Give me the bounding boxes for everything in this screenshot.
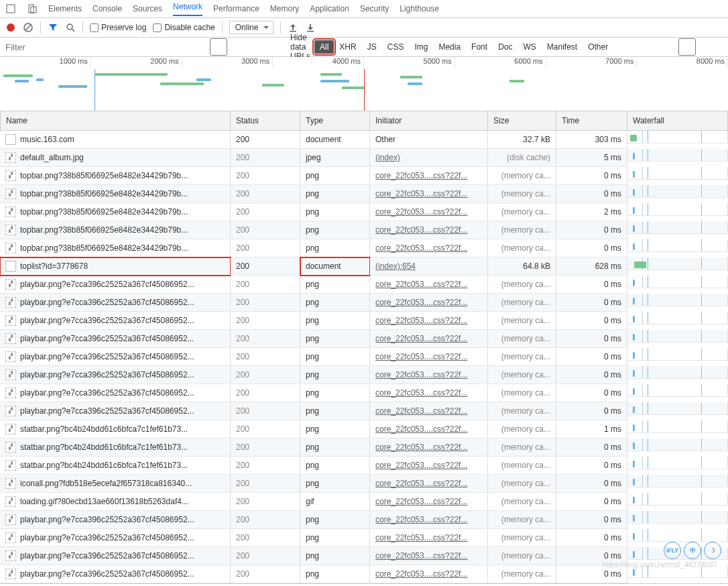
col-size[interactable]: Size: [488, 111, 556, 131]
cell-initiator[interactable]: core_22fc053....css?22f...: [370, 348, 488, 366]
cell-name[interactable]: ▞iconall.png?fdb518e5ecefa2f657318ca8163…: [0, 475, 231, 493]
timeline-overview[interactable]: 1000 ms2000 ms3000 ms4000 ms5000 ms6000 …: [0, 57, 728, 111]
cell-initiator[interactable]: core_22fc053....css?22f...: [370, 438, 488, 457]
cell-name[interactable]: ▞playbar.png?e7cca396c25252a367cf4508695…: [0, 294, 231, 312]
moon-icon[interactable]: ☽: [704, 542, 721, 559]
image-icon: ▞: [5, 550, 16, 561]
col-waterfall[interactable]: Waterfall: [627, 111, 728, 131]
tab-performance[interactable]: Performance: [213, 4, 259, 13]
cell-name[interactable]: ▞playbar.png?e7cca396c25252a367cf4508695…: [0, 511, 231, 529]
cell-initiator[interactable]: core_22fc053....css?22f...: [370, 239, 488, 257]
cell-time: 0 ms: [556, 384, 627, 402]
cell-status: 200: [231, 330, 300, 348]
cell-name[interactable]: ▞playbar.png?e7cca396c25252a367cf4508695…: [0, 366, 231, 384]
tab-network[interactable]: Network: [173, 2, 202, 16]
cell-size: (memory ca...: [488, 547, 556, 565]
cell-initiator[interactable]: core_22fc053....css?22f...: [370, 203, 488, 221]
svg-rect-8: [290, 31, 296, 32]
cell-name[interactable]: ▞playbar.png?e7cca396c25252a367cf4508695…: [0, 529, 231, 547]
cell-initiator[interactable]: core_22fc053....css?22f...: [370, 529, 488, 547]
cell-initiator[interactable]: core_22fc053....css?22f...: [370, 366, 488, 384]
cell-name[interactable]: ▞playbar.png?e7cca396c25252a367cf4508695…: [0, 348, 231, 366]
col-status[interactable]: Status: [231, 111, 300, 131]
cell-initiator[interactable]: core_22fc053....css?22f...: [370, 167, 488, 185]
cell-initiator[interactable]: core_22fc053....css?22f...: [370, 475, 488, 493]
cell-name[interactable]: ▞playbar.png?e7cca396c25252a367cf4508695…: [0, 312, 231, 330]
col-type[interactable]: Type: [300, 111, 370, 131]
cell-initiator[interactable]: core_22fc053....css?22f...: [370, 221, 488, 239]
cell-initiator[interactable]: (index): [370, 149, 488, 167]
cell-name[interactable]: ▞default_album.jpg: [0, 149, 231, 167]
cell-name[interactable]: ▞playbar.png?e7cca396c25252a367cf4508695…: [0, 402, 231, 420]
tab-memory[interactable]: Memory: [270, 4, 299, 13]
type-doc[interactable]: Doc: [493, 40, 518, 54]
type-xhr[interactable]: XHR: [334, 40, 361, 54]
cell-name[interactable]: ▞topbar.png?38b85f066925e8482e34429b79b.…: [0, 185, 231, 203]
cell-name[interactable]: ▞statbar.png?bc4b24bdd61c6bfca7c1fef61b7…: [0, 420, 231, 438]
cell-name[interactable]: ▞playbar.png?e7cca396c25252a367cf4508695…: [0, 276, 231, 294]
clear-icon[interactable]: [23, 22, 34, 33]
type-js[interactable]: JS: [362, 40, 382, 54]
cell-name[interactable]: ▞topbar.png?38b85f066925e8482e34429b79b.…: [0, 203, 231, 221]
cell-name[interactable]: ▞statbar.png?bc4b24bdd61c6bfca7c1fef61b7…: [0, 457, 231, 475]
tab-application[interactable]: Application: [310, 4, 349, 13]
tab-lighthouse[interactable]: Lighthouse: [400, 4, 439, 13]
col-initiator[interactable]: Initiator: [370, 111, 488, 131]
cell-initiator[interactable]: core_22fc053....css?22f...: [370, 402, 488, 420]
throttling-select[interactable]: Online: [229, 21, 274, 34]
download-icon[interactable]: [305, 22, 316, 33]
cell-name[interactable]: ▞topbar.png?38b85f066925e8482e34429b79b.…: [0, 239, 231, 257]
tab-console[interactable]: Console: [93, 4, 122, 13]
type-other[interactable]: Other: [583, 40, 613, 54]
cell-name[interactable]: toplist?id=3778678: [0, 257, 231, 276]
cell-name[interactable]: ▞loading.gif?80ecbd13ae660f13618b5263daf…: [0, 493, 231, 511]
cell-initiator[interactable]: core_22fc053....css?22f...: [370, 511, 488, 529]
type-all[interactable]: All: [314, 40, 334, 54]
device-icon[interactable]: [27, 3, 38, 14]
filter-input[interactable]: [0, 38, 145, 56]
cell-initiator[interactable]: core_22fc053....css?22f...: [370, 312, 488, 330]
disable-cache-checkbox[interactable]: Disable cache: [153, 23, 215, 32]
cell-name[interactable]: music.163.com: [0, 131, 231, 149]
type-ws[interactable]: WS: [518, 40, 541, 54]
upload-icon[interactable]: [288, 22, 298, 33]
cell-name[interactable]: ▞playbar.png?e7cca396c25252a367cf4508695…: [0, 330, 231, 348]
cell-initiator[interactable]: (index):654: [370, 257, 488, 276]
tab-security[interactable]: Security: [360, 4, 389, 13]
cell-name[interactable]: ▞playbar.png?e7cca396c25252a367cf4508695…: [0, 384, 231, 402]
cell-type: png: [300, 529, 370, 547]
cell-name[interactable]: ▞topbar.png?38b85f066925e8482e34429b79b.…: [0, 167, 231, 185]
type-font[interactable]: Font: [466, 40, 493, 54]
cell-initiator[interactable]: Other: [370, 131, 488, 149]
inspect-icon[interactable]: [5, 3, 16, 14]
cell-initiator[interactable]: core_22fc053....css?22f...: [370, 276, 488, 294]
cell-initiator[interactable]: core_22fc053....css?22f...: [370, 420, 488, 438]
type-img[interactable]: Img: [409, 40, 433, 54]
type-css[interactable]: CSS: [382, 40, 410, 54]
preserve-log-checkbox[interactable]: Preserve log: [90, 23, 146, 32]
cell-initiator[interactable]: core_22fc053....css?22f...: [370, 547, 488, 565]
filter-icon[interactable]: [48, 22, 58, 33]
type-media[interactable]: Media: [433, 40, 466, 54]
cell-initiator[interactable]: core_22fc053....css?22f...: [370, 565, 488, 583]
cell-name[interactable]: ▞playbar.png?e7cca396c25252a367cf4508695…: [0, 565, 231, 583]
ime-widget[interactable]: iFLY 中 ☽: [664, 542, 721, 559]
ifly-icon[interactable]: iFLY: [664, 542, 681, 559]
cell-initiator[interactable]: core_22fc053....css?22f...: [370, 185, 488, 203]
cell-initiator[interactable]: core_22fc053....css?22f...: [370, 294, 488, 312]
tab-sources[interactable]: Sources: [133, 4, 162, 13]
cell-name[interactable]: ▞topbar.png?38b85f066925e8482e34429b79b.…: [0, 221, 231, 239]
record-icon[interactable]: [5, 22, 16, 33]
col-time[interactable]: Time: [556, 111, 627, 131]
cell-name[interactable]: ▞playbar.png?e7cca396c25252a367cf4508695…: [0, 547, 231, 565]
cell-initiator[interactable]: core_22fc053....css?22f...: [370, 384, 488, 402]
cell-name[interactable]: ▞statbar.png?bc4b24bdd61c6bfca7c1fef61b7…: [0, 438, 231, 457]
cn-icon[interactable]: 中: [684, 542, 701, 559]
cell-initiator[interactable]: core_22fc053....css?22f...: [370, 457, 488, 475]
search-icon[interactable]: [65, 22, 76, 33]
cell-initiator[interactable]: core_22fc053....css?22f...: [370, 330, 488, 348]
cell-initiator[interactable]: core_22fc053....css?22f...: [370, 493, 488, 511]
type-manifest[interactable]: Manifest: [542, 40, 583, 54]
tab-elements[interactable]: Elements: [48, 4, 82, 13]
col-name[interactable]: Name: [0, 111, 231, 131]
